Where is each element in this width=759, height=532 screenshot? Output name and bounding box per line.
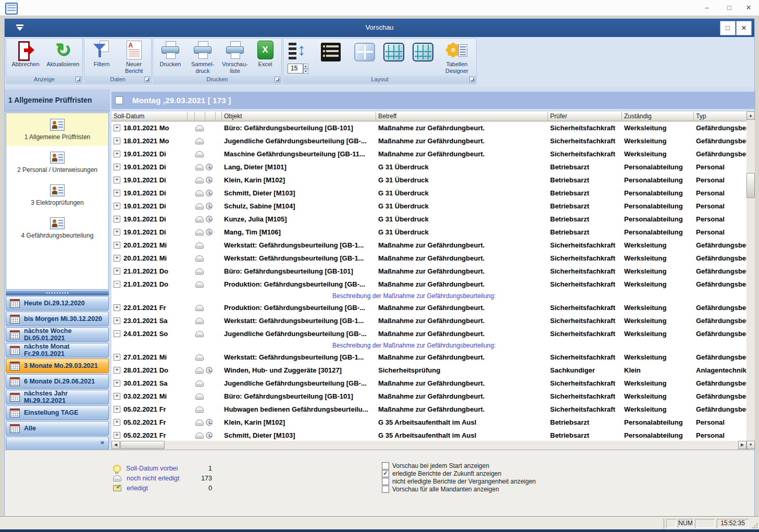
- drucken-button[interactable]: Drucken: [154, 40, 186, 76]
- table-row[interactable]: + 28.01.2021 Do Winden, Hub- und Zuggerä…: [111, 364, 746, 377]
- sidebar-more-bar[interactable]: »: [6, 437, 109, 450]
- date-range-button[interactable]: Alle: [6, 421, 109, 436]
- table-row[interactable]: + 19.01.2021 Di Schmitt, Dieter [M103] G…: [111, 187, 746, 200]
- column-header-objekt[interactable]: Objekt: [222, 112, 376, 121]
- table-row[interactable]: + 19.01.2021 Di Kunze, Julia [M105] G 31…: [111, 213, 746, 226]
- column-header-zustaendig[interactable]: Zuständig: [622, 112, 694, 121]
- window-minimize-button[interactable]: –: [699, 3, 715, 13]
- column-header-empty[interactable]: [216, 112, 222, 121]
- scroll-down-icon[interactable]: ▼: [746, 441, 755, 449]
- table-row[interactable]: + 23.01.2021 Sa Werkstatt: Gefährdungsbe…: [111, 314, 746, 327]
- option-checkbox[interactable]: [382, 486, 389, 493]
- stepper-up-icon[interactable]: ▲: [303, 64, 308, 69]
- tabellen-designer-button[interactable]: Tabellen Designer: [440, 40, 474, 76]
- expand-toggle[interactable]: +: [114, 203, 120, 209]
- column-header-empty[interactable]: [188, 112, 195, 121]
- row-height-stepper[interactable]: 15 ▲▼: [288, 64, 308, 73]
- category-item[interactable]: 3 Elektroprüfungen: [6, 179, 108, 212]
- aktualisieren-button[interactable]: ↻ Aktualisieren: [47, 40, 79, 76]
- table-row[interactable]: + 21.01.2021 Do Büro: Gefährdungsbeurtei…: [111, 265, 746, 278]
- vertical-scrollbar[interactable]: ▲ ▼: [746, 112, 755, 449]
- expand-toggle[interactable]: +: [114, 190, 120, 196]
- abbrechen-button[interactable]: Abbrechen: [9, 40, 42, 76]
- expand-toggle[interactable]: +: [114, 177, 120, 183]
- category-item[interactable]: 4 Gefährdungsbeurteilung: [6, 212, 108, 244]
- grid-layout-alt-button[interactable]: [413, 43, 433, 61]
- table-row[interactable]: + 05.02.2021 Fr Klein, Karin [M102] G 35…: [111, 416, 746, 429]
- date-range-button[interactable]: nächstes Jahr Mi.29.12.2021: [6, 390, 109, 404]
- table-row[interactable]: + 19.01.2021 Di Schulz, Sabine [M104] G …: [111, 200, 746, 213]
- table-row[interactable]: − 21.01.2021 Do Produktion: Gefährdungsb…: [111, 278, 746, 291]
- layout-dialog-launcher-icon[interactable]: [469, 77, 475, 82]
- scroll-up-icon[interactable]: ▲: [746, 112, 755, 120]
- window-layout-button[interactable]: [354, 43, 375, 61]
- date-range-button[interactable]: bis Morgen Mi.30.12.2020: [6, 312, 109, 326]
- filtern-button[interactable]: Filtern: [85, 40, 118, 76]
- sammeldruck-button[interactable]: Sammel- druck: [186, 40, 219, 76]
- expand-toggle[interactable]: +: [114, 125, 120, 131]
- expand-toggle[interactable]: +: [114, 432, 120, 439]
- table-row[interactable]: + 05.02.2021 Fr Hubwagen bedienen Gefähr…: [111, 403, 746, 416]
- resize-grip[interactable]: [751, 522, 758, 529]
- expand-toggle[interactable]: +: [114, 151, 120, 157]
- neuer-bericht-button[interactable]: Neuer Bericht: [118, 40, 150, 76]
- column-header-empty[interactable]: [205, 112, 216, 121]
- stepper-down-icon[interactable]: ▼: [303, 69, 308, 74]
- table-row[interactable]: + 18.01.2021 Mo Jugendliche Gefährdungsb…: [111, 134, 746, 147]
- horizontal-scroll-thumb[interactable]: [120, 441, 165, 449]
- vorschauliste-button[interactable]: Vorschau- liste: [219, 40, 251, 76]
- horizontal-scrollbar[interactable]: ◀ ▶: [111, 441, 746, 449]
- scroll-left-icon[interactable]: ◀: [111, 441, 120, 449]
- group-select-checkbox[interactable]: [115, 96, 123, 104]
- expand-toggle[interactable]: +: [114, 380, 120, 387]
- column-header-typ[interactable]: Typ: [694, 112, 746, 121]
- expand-toggle[interactable]: −: [114, 330, 120, 337]
- table-row[interactable]: + 03.02.2021 Mi Büro: Gefährdungsbeurtei…: [111, 390, 746, 403]
- column-header-pruefer[interactable]: Prüfer: [548, 112, 622, 121]
- excel-button[interactable]: X Excel: [249, 40, 281, 76]
- table-row[interactable]: + 19.01.2021 Di Maschine Gefährdungsbeur…: [111, 147, 746, 160]
- expand-toggle[interactable]: +: [114, 242, 120, 249]
- expand-toggle[interactable]: +: [114, 216, 120, 222]
- table-row[interactable]: + 19.01.2021 Di Mang, Tim [M106] G 31 Üb…: [111, 226, 746, 239]
- table-row[interactable]: + 30.01.2021 Sa Jugendliche Gefährdungsb…: [111, 377, 746, 390]
- dialog-maximize-button[interactable]: □: [720, 21, 736, 35]
- date-range-button[interactable]: 6 Monate Di.29.06.2021: [6, 374, 109, 389]
- expand-toggle[interactable]: +: [114, 229, 120, 236]
- window-maximize-button[interactable]: □: [721, 3, 737, 13]
- chevron-more-icon[interactable]: »: [101, 438, 104, 446]
- expand-toggle[interactable]: +: [114, 268, 120, 275]
- table-row[interactable]: + 20.01.2021 Mi Werkstatt: Gefährdungsbe…: [111, 252, 746, 265]
- table-row[interactable]: + 20.01.2021 Mi Werkstatt: Gefährdungsbe…: [111, 239, 746, 252]
- option-checkbox[interactable]: [382, 478, 389, 485]
- date-range-button[interactable]: Heute Di.29.12.2020: [6, 296, 109, 311]
- table-row[interactable]: + 18.01.2021 Mo Büro: Gefährdungsbeurtei…: [111, 121, 746, 134]
- date-range-button[interactable]: Einstellung TAGE: [6, 405, 109, 420]
- table-row[interactable]: + 19.01.2021 Di Klein, Karin [M102] G 31…: [111, 174, 746, 187]
- list-layout-button[interactable]: [321, 43, 341, 61]
- daten-dialog-launcher-icon[interactable]: [144, 77, 150, 82]
- date-range-button[interactable]: nächste Woche Di.05.01.2021: [6, 327, 109, 342]
- table-row[interactable]: − 24.01.2021 So Jugendliche Gefährdungsb…: [111, 327, 746, 340]
- column-header-soll-datum[interactable]: Soll-Datum: [111, 112, 188, 121]
- window-close-button[interactable]: ✕: [741, 3, 756, 13]
- anzeige-dialog-launcher-icon[interactable]: [76, 77, 81, 82]
- vertical-scroll-thumb[interactable]: [746, 173, 755, 198]
- expand-toggle[interactable]: +: [114, 138, 120, 144]
- expand-toggle[interactable]: +: [114, 419, 120, 426]
- table-row[interactable]: + 05.02.2021 Fr Schmitt, Dieter [M103] G…: [111, 429, 746, 441]
- grid-layout-button[interactable]: [383, 43, 404, 61]
- row-height-value[interactable]: 15: [288, 64, 303, 73]
- column-header-empty[interactable]: [195, 112, 205, 121]
- expand-toggle[interactable]: +: [114, 164, 120, 170]
- expand-toggle[interactable]: +: [114, 304, 120, 311]
- drucken-dialog-launcher-icon[interactable]: [275, 77, 280, 82]
- scroll-right-icon[interactable]: ▶: [738, 441, 746, 449]
- expand-toggle[interactable]: +: [114, 255, 120, 262]
- table-row[interactable]: + 27.01.2021 Mi Werkstatt: Gefährdungsbe…: [111, 351, 746, 364]
- expand-toggle[interactable]: +: [114, 367, 120, 374]
- category-item[interactable]: 2 Personal / Unterweisungen: [6, 146, 108, 179]
- dialog-close-button[interactable]: ✕: [736, 21, 752, 35]
- option-checkbox[interactable]: [382, 462, 389, 469]
- date-range-button[interactable]: nächste Monat Fr.29.01.2021: [6, 343, 109, 357]
